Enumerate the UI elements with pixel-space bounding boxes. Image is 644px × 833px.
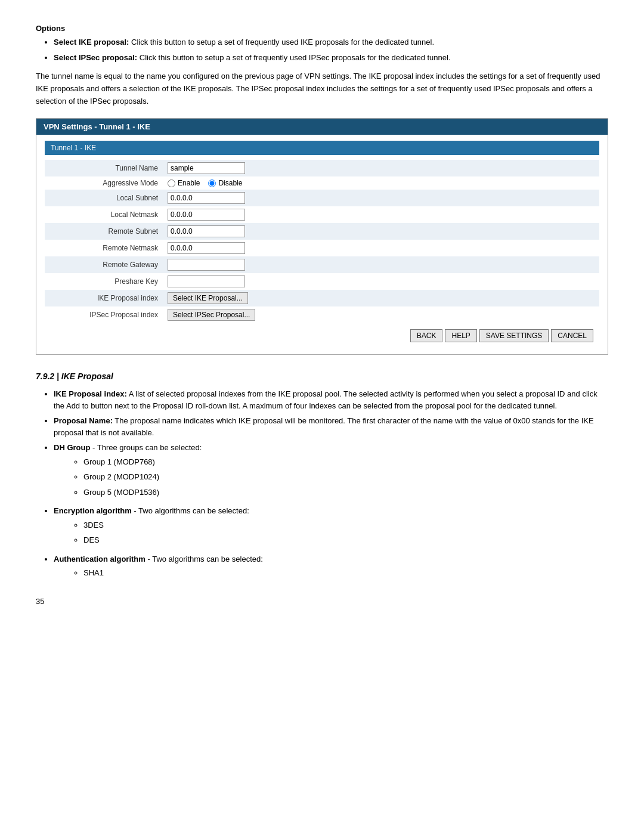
field-ipsec-proposal: IPSec Proposal index Select IPSec Propos…: [45, 306, 599, 323]
input-local-subnet[interactable]: [168, 192, 245, 204]
dh-group-2: Group 2 (MODP1024): [83, 471, 608, 483]
button-row: BACK HELP SAVE SETTINGS CANCEL: [45, 323, 599, 348]
radio-disable-label[interactable]: Disable: [208, 179, 242, 187]
help-button[interactable]: HELP: [445, 329, 476, 342]
radio-enable[interactable]: [168, 179, 175, 187]
ike-item-3: DH Group - Three groups can be selected:…: [54, 442, 608, 498]
label-remote-netmask: Remote Netmask: [45, 240, 164, 256]
aggressive-mode-group: Enable Disable: [168, 179, 596, 187]
field-remote-gateway: Remote Gateway: [45, 256, 599, 273]
label-local-netmask: Local Netmask: [45, 206, 164, 223]
field-ike-proposal: IKE Proposal index Select IKE Proposal..…: [45, 290, 599, 306]
ike-item-2: Proposal Name: The proposal name indicat…: [54, 415, 608, 438]
field-local-netmask: Local Netmask: [45, 206, 599, 223]
label-aggressive-mode: Aggressive Mode: [45, 176, 164, 190]
vpn-inner: Tunnel 1 - IKE Tunnel Name Aggressive Mo…: [36, 135, 608, 354]
section-792-title: 7.9.2 | IKE Proposal: [36, 371, 608, 381]
ike-item-5: Authentication algorithm - Two algorithm…: [54, 553, 608, 579]
options-item-1: Select IKE proposal: Click this button t…: [54, 36, 608, 48]
cancel-button[interactable]: CANCEL: [551, 329, 593, 342]
auth-list: SHA1: [83, 567, 608, 579]
input-local-netmask[interactable]: [168, 209, 245, 221]
label-local-subnet: Local Subnet: [45, 190, 164, 206]
label-ipsec-proposal: IPSec Proposal index: [45, 306, 164, 323]
input-preshare-key[interactable]: [168, 275, 245, 287]
vpn-form-table: Tunnel Name Aggressive Mode Enable Disab…: [45, 160, 599, 323]
field-remote-netmask: Remote Netmask: [45, 240, 599, 256]
field-tunnel-name: Tunnel Name: [45, 160, 599, 176]
encryption-list: 3DES DES: [83, 519, 608, 546]
field-aggressive-mode: Aggressive Mode Enable Disable: [45, 176, 599, 190]
label-remote-gateway: Remote Gateway: [45, 256, 164, 273]
options-list: Select IKE proposal: Click this button t…: [54, 36, 608, 63]
page-number: 35: [36, 597, 608, 606]
back-button[interactable]: BACK: [410, 329, 443, 342]
label-preshare-key: Preshare Key: [45, 273, 164, 290]
description-paragraph: The tunnel name is equal to the name you…: [36, 70, 608, 107]
radio-enable-label[interactable]: Enable: [168, 179, 200, 187]
section-792-list: IKE Proposal index: A list of selected p…: [54, 388, 608, 579]
field-local-subnet: Local Subnet: [45, 190, 599, 206]
input-remote-gateway[interactable]: [168, 259, 245, 271]
label-tunnel-name: Tunnel Name: [45, 160, 164, 176]
select-ike-proposal-button[interactable]: Select IKE Proposal...: [168, 292, 248, 304]
ike-item-4: Encryption algorithm - Two algorithms ca…: [54, 505, 608, 546]
ike-item-1: IKE Proposal index: A list of selected p…: [54, 388, 608, 411]
vpn-box: VPN Settings - Tunnel 1 - IKE Tunnel 1 -…: [36, 118, 608, 355]
field-preshare-key: Preshare Key: [45, 273, 599, 290]
field-remote-subnet: Remote Subnet: [45, 223, 599, 240]
input-tunnel-name[interactable]: [168, 162, 245, 174]
options-heading: Options: [36, 24, 608, 33]
enc-des: DES: [83, 534, 608, 546]
enc-3des: 3DES: [83, 519, 608, 531]
label-ike-proposal: IKE Proposal index: [45, 290, 164, 306]
dh-group-list: Group 1 (MODP768) Group 2 (MODP1024) Gro…: [83, 456, 608, 498]
select-ipsec-proposal-button[interactable]: Select IPSec Proposal...: [168, 309, 255, 321]
input-remote-subnet[interactable]: [168, 225, 245, 237]
radio-disable[interactable]: [208, 179, 216, 187]
options-item-2: Select IPSec proposal: Click this button…: [54, 52, 608, 64]
dh-group-1: Group 1 (MODP768): [83, 456, 608, 468]
input-remote-netmask[interactable]: [168, 242, 245, 254]
save-settings-button[interactable]: SAVE SETTINGS: [479, 329, 549, 342]
vpn-title: VPN Settings - Tunnel 1 - IKE: [36, 119, 608, 135]
vpn-table-header: Tunnel 1 - IKE: [45, 141, 599, 155]
auth-sha1: SHA1: [83, 567, 608, 579]
dh-group-5: Group 5 (MODP1536): [83, 487, 608, 498]
label-remote-subnet: Remote Subnet: [45, 223, 164, 240]
